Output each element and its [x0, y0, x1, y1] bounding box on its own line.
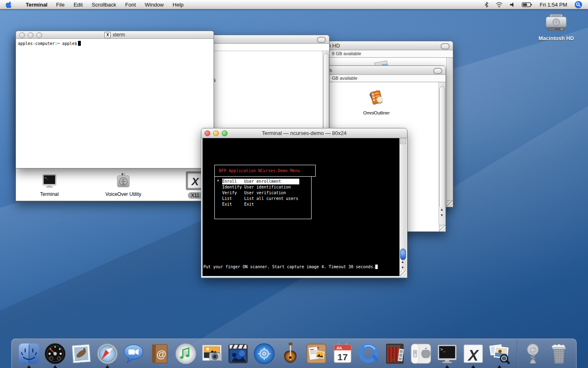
status-text: 8 GB available: [332, 51, 361, 56]
file-icon-voiceover-utility[interactable]: VoiceOver Utility: [99, 173, 148, 197]
scroll-up-arrow[interactable]: ▲: [400, 259, 405, 265]
dock-item-system-preferences[interactable]: [409, 340, 433, 368]
terminal-scrollbar[interactable]: ▲ ▼: [399, 138, 406, 276]
desktop-icon-macintosh-hd[interactable]: Macintosh HD: [537, 14, 575, 41]
wifi-icon: [495, 2, 503, 8]
title-bar[interactable]: Terminal — ncurses-demo — 80x24: [201, 128, 407, 138]
iphoto-icon: [200, 342, 223, 365]
window-controls: [205, 130, 227, 136]
zoom-button[interactable]: [36, 32, 42, 38]
scrollbar[interactable]: [446, 58, 453, 201]
menu-item-verify[interactable]: VerifyUser verification: [215, 190, 311, 196]
svg-text:>_: >_: [440, 346, 445, 352]
menu-item-exit[interactable]: ExitExit: [215, 202, 311, 207]
dock-item-iphoto[interactable]: [200, 340, 224, 368]
menu-window[interactable]: Window: [140, 2, 168, 8]
terminal-status-line: Put your finger ON scanner. Start captur…: [203, 265, 378, 269]
toolbar-toggle-button[interactable]: [441, 43, 450, 49]
dock-item-itunes[interactable]: [174, 340, 198, 368]
menu-edit[interactable]: Edit: [69, 2, 87, 8]
menu-item-identify[interactable]: IdentifyUser identification: [215, 184, 311, 190]
trash-icon: [548, 342, 570, 365]
scroll-down-arrow[interactable]: ▼: [439, 213, 445, 218]
menu-bar: Terminal File Edit Scrollback Font Windo…: [0, 0, 588, 9]
menu-clock[interactable]: Fri 1:54 PM: [536, 2, 571, 8]
dock-item-idvd[interactable]: [252, 340, 276, 368]
dock-item-quicktime[interactable]: [357, 340, 381, 368]
apple-icon: [6, 1, 12, 8]
dock-item-photo-booth[interactable]: [383, 340, 407, 368]
file-label: OmniOutliner: [352, 110, 401, 115]
zoom-button[interactable]: [222, 130, 227, 136]
resize-grip[interactable]: [400, 271, 406, 276]
window-xterm[interactable]: X xterm apples-computer:~ apple$: [16, 31, 214, 168]
menu-item-list[interactable]: ListList all current users: [215, 196, 311, 202]
dock-item-imovie[interactable]: [226, 340, 250, 368]
dock-item-terminal[interactable]: >_: [435, 340, 459, 368]
menu-font[interactable]: Font: [121, 2, 140, 8]
dock-item-x11[interactable]: X: [461, 340, 485, 368]
iweb-icon: [305, 342, 328, 365]
dock-item-garageband[interactable]: [278, 340, 302, 368]
dock-item-ical[interactable]: JUL17: [331, 340, 354, 368]
preview-icon: [488, 342, 511, 365]
minimize-button[interactable]: [28, 32, 33, 38]
dock-item-ichat[interactable]: [122, 340, 145, 368]
dock-item-finder[interactable]: [17, 340, 41, 368]
menu-help[interactable]: Help: [168, 2, 188, 8]
svg-text:JUL: JUL: [336, 346, 343, 350]
volume-menu-extra[interactable]: [506, 2, 518, 7]
terminal-screen[interactable]: BFP Application NCurses-Demo Menu *Enrol…: [203, 138, 400, 276]
scrollbar[interactable]: ▲ ▼: [439, 82, 445, 225]
scroll-thumb[interactable]: [439, 86, 445, 209]
ncurses-menu: *EnrollUser enrollment IdentifyUser iden…: [214, 176, 312, 219]
dock-item-trash[interactable]: [547, 340, 571, 368]
menu-scrollback[interactable]: Scrollback: [87, 2, 121, 8]
photo-booth-icon: [383, 342, 406, 365]
quicktime-icon: [357, 342, 380, 365]
close-button[interactable]: [205, 130, 210, 136]
app-menu-terminal[interactable]: Terminal: [22, 2, 51, 8]
ical-icon: JUL17: [331, 342, 354, 365]
terminal-icon: >_: [436, 342, 459, 365]
system-preferences-icon: [410, 342, 432, 365]
dock-item-mail[interactable]: [69, 340, 93, 368]
menu-item-enroll[interactable]: *EnrollUser enrollment: [215, 179, 311, 184]
svg-text:X: X: [191, 175, 200, 188]
scrollback-indicator-icon: [400, 139, 406, 144]
window-controls: [19, 32, 42, 38]
menu-file[interactable]: File: [51, 2, 69, 8]
toolbar-toggle-button[interactable]: [317, 37, 326, 43]
safari-icon: [96, 342, 119, 365]
toolbar-toggle-button[interactable]: [433, 68, 442, 74]
window-terminal-ncurses[interactable]: Terminal — ncurses-demo — 80x24 BFP Appl…: [201, 128, 408, 278]
dock-item-address-book[interactable]: @: [148, 340, 172, 368]
spotlight-menu-extra[interactable]: [571, 1, 586, 9]
bluetooth-icon: [484, 2, 489, 8]
resize-grip[interactable]: [446, 200, 453, 207]
close-button[interactable]: [19, 32, 25, 38]
dock-item-safari[interactable]: [96, 340, 119, 368]
minimize-button[interactable]: [213, 130, 219, 136]
resize-grip[interactable]: [439, 225, 445, 231]
hard-drive-icon: [544, 14, 568, 33]
scroll-thumb[interactable]: [400, 249, 406, 260]
battery-menu-extra[interactable]: [518, 2, 536, 7]
scroll-down-arrow[interactable]: ▼: [400, 265, 405, 271]
dock-item-web-link[interactable]: @: [521, 340, 545, 368]
wifi-menu-extra[interactable]: [492, 2, 506, 8]
file-icon-terminal[interactable]: >_ Terminal: [25, 173, 74, 197]
dock-item-preview[interactable]: [488, 340, 511, 368]
xterm-screen[interactable]: apples-computer:~ apple$: [16, 39, 214, 168]
x11-icon: X: [462, 342, 485, 365]
file-label: VoiceOver Utility: [99, 191, 148, 197]
dock-item-dashboard[interactable]: [43, 340, 67, 368]
bluetooth-menu-extra[interactable]: [481, 2, 492, 8]
ncurses-menu-title-box: BFP Application NCurses-Demo Menu: [214, 165, 316, 177]
dock-item-iweb[interactable]: [305, 340, 328, 368]
scroll-up-arrow[interactable]: ▲: [439, 207, 445, 213]
desktop[interactable]: Terminal File Edit Scrollback Font Windo…: [0, 0, 588, 368]
apple-menu[interactable]: [6, 1, 12, 8]
title-bar[interactable]: X xterm: [16, 31, 214, 39]
file-icon-omnioutliner[interactable]: OmniOutliner: [352, 88, 401, 115]
